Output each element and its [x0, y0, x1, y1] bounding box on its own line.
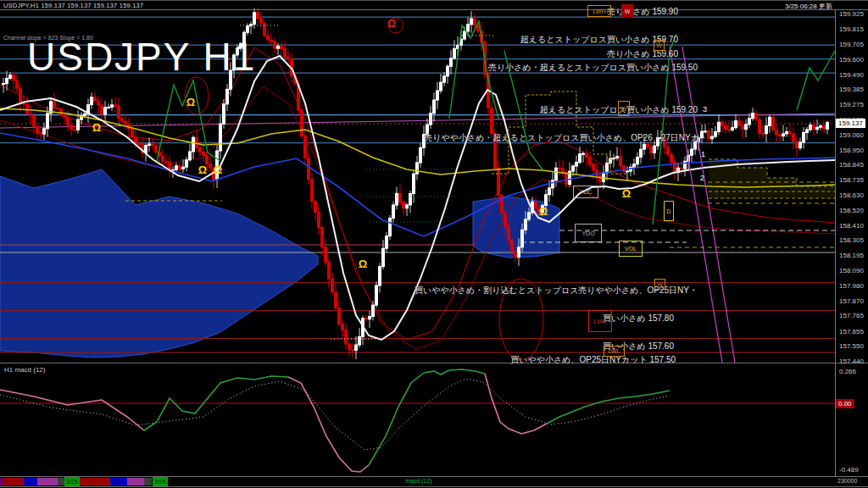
omega-marker-icon: Ω	[539, 205, 548, 218]
green-zigzag-line	[797, 51, 835, 110]
candle-body	[643, 144, 646, 149]
timeline-date-label: 3/26	[153, 477, 168, 486]
price-axis-label: 157.440	[839, 358, 864, 365]
candle-body	[772, 117, 775, 130]
omega-marker-icon: Ω	[622, 187, 631, 200]
symbol-ohlc-readout: USDJPY,H1 159.137 159.137 159.137 159.13…	[3, 2, 143, 9]
price-axis-label: 159.490	[839, 71, 864, 79]
macd-main-line	[547, 391, 670, 424]
chart-label-box-ydc: YDC	[573, 186, 598, 198]
bottom-right-value: 230000	[837, 478, 857, 484]
candle-body	[586, 153, 588, 157]
candle-body	[440, 82, 442, 91]
candle-body	[199, 147, 202, 152]
candle-body	[114, 105, 117, 107]
price-axis-label: 157.980	[839, 282, 864, 290]
candle-body	[270, 40, 273, 42]
candle-body	[670, 154, 673, 162]
candle-body	[504, 214, 507, 227]
candle-body	[365, 319, 368, 319]
candle-body	[650, 147, 653, 152]
candle-body	[477, 25, 480, 31]
candle-body	[813, 125, 815, 130]
candle-body	[342, 324, 344, 330]
candle-body	[738, 121, 741, 126]
candle-body	[776, 130, 778, 135]
candle-body	[321, 228, 324, 247]
omega-marker-icon: Ω	[198, 164, 207, 176]
candle-body	[748, 119, 751, 125]
candle-body	[101, 105, 103, 114]
chart-label-box-vol: VOL	[619, 241, 643, 257]
candle-body	[616, 157, 619, 158]
candle-body	[416, 163, 419, 174]
candle-body	[3, 84, 5, 85]
line-number-label: 1	[701, 150, 705, 158]
candle-body	[155, 146, 158, 152]
candle-body	[345, 330, 348, 343]
candle-body	[576, 163, 578, 166]
candle-body	[60, 108, 63, 114]
candle-body	[392, 205, 395, 219]
chart-label-box-ydo: YDO	[575, 224, 602, 242]
candle-body	[803, 132, 805, 141]
candle-body	[318, 212, 320, 227]
price-axis-label: 159.600	[839, 56, 864, 64]
price-axis-border	[835, 9, 836, 486]
candle-body	[304, 136, 307, 158]
candle-body	[613, 158, 615, 159]
candle-body	[257, 13, 259, 19]
sell-annotation-text: 売り小さめ 159.90	[607, 6, 678, 18]
macd-pane-label: H1 macd (12)	[4, 366, 45, 374]
candle-body	[823, 126, 826, 130]
candle-body	[759, 119, 761, 134]
candle-body	[681, 168, 683, 169]
session-segment	[127, 478, 144, 485]
sell-annotation-text: 売り小さめ・超えるとストップロス買い小さめ 159.50	[488, 62, 698, 74]
candle-body	[453, 48, 456, 58]
candle-body	[209, 164, 212, 169]
candle-body	[111, 105, 114, 108]
candle-body	[559, 168, 561, 169]
candle-body	[433, 100, 436, 114]
price-axis-label: 159.060	[839, 131, 864, 139]
candle-body	[253, 13, 256, 25]
candle-body	[33, 116, 36, 127]
candle-body	[620, 157, 622, 166]
candle-body	[511, 240, 514, 251]
candle-body	[131, 130, 134, 137]
price-axis-label: 159.385	[839, 86, 864, 93]
price-axis-label: 158.845	[839, 161, 864, 169]
candle-body	[369, 317, 371, 319]
chart-label-box-w: W	[654, 40, 665, 51]
candle-body	[765, 125, 768, 133]
candle-body	[314, 202, 317, 213]
candle-body	[467, 25, 470, 31]
chart-pane-top-border	[0, 9, 868, 10]
ichimoku-cloud-left	[0, 169, 318, 358]
candle-body	[186, 160, 188, 167]
candle-body	[47, 114, 49, 129]
trading-chart-window: ΩΩΩΩΩΩΩΩ USDJPY,H1 159.137 159.137 159.1…	[0, 0, 868, 488]
candle-body	[579, 154, 581, 163]
chart-watermark-title: USDJPY H1	[27, 34, 256, 80]
candle-body	[338, 308, 341, 324]
candle-body	[226, 89, 229, 103]
candle-body	[118, 107, 120, 119]
candle-body	[91, 97, 93, 105]
price-axis-label: 157.870	[839, 297, 864, 305]
candle-body	[572, 166, 575, 171]
candle-body	[108, 107, 110, 108]
candle-body	[192, 137, 195, 152]
candle-body	[274, 42, 276, 48]
buy-annotation-text: 買い小さめ 157.80	[603, 313, 674, 324]
candle-body	[769, 117, 771, 125]
candle-body	[328, 262, 331, 279]
macd-pane-divider[interactable]	[0, 363, 868, 363]
line-number-label: 2	[700, 174, 704, 182]
candle-body	[413, 174, 415, 193]
candle-body	[721, 122, 724, 125]
candle-body	[152, 144, 154, 146]
session-timeline-strip[interactable]: 3/253/26	[0, 477, 868, 486]
candle-body	[589, 158, 592, 164]
